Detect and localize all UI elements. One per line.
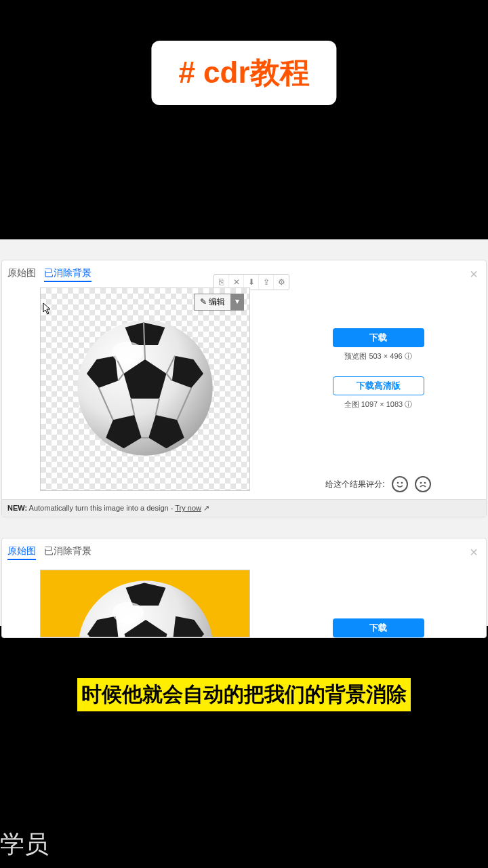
soccer-ball-image — [74, 317, 216, 462]
tab-original[interactable]: 原始图 — [7, 545, 36, 560]
tab-original[interactable]: 原始图 — [7, 267, 36, 282]
svg-point-10 — [420, 482, 422, 484]
close-icon[interactable]: × — [470, 545, 478, 559]
edit-button[interactable]: ✎ 编辑 ▾ — [194, 294, 244, 311]
svg-point-17 — [113, 602, 144, 624]
download-button[interactable]: 下载 — [333, 618, 424, 637]
gear-icon[interactable]: ⚙ — [274, 275, 289, 290]
app-content: × 原始图 已消除背景 ⎘ ✕ ⬇ ⇪ ⚙ ✎ 编辑 ▾ — [0, 239, 488, 626]
external-icon: ↗ — [203, 504, 209, 512]
rating-label: 给这个结果评分: — [325, 479, 384, 490]
result-card-1: × 原始图 已消除背景 ⎘ ✕ ⬇ ⇪ ⚙ ✎ 编辑 ▾ — [1, 260, 487, 517]
new-label: NEW: — [7, 504, 27, 512]
hashtag-badge: # cdr教程 — [151, 41, 336, 105]
try-now-link[interactable]: Try now — [175, 504, 201, 512]
tab-removed-bg[interactable]: 已消除背景 — [44, 545, 92, 560]
card-body: 下载 — [2, 563, 486, 637]
tab-removed-bg[interactable]: 已消除背景 — [44, 267, 92, 282]
close-icon[interactable]: × — [470, 267, 478, 281]
edit-button-label: ✎ 编辑 — [195, 294, 231, 310]
result-card-2: × 原始图 已消除背景 — [1, 538, 487, 638]
frown-icon[interactable] — [415, 476, 431, 492]
download-hd-button[interactable]: 下载高清版 — [333, 376, 424, 395]
download-dimensions: 预览图 503 × 496 ⓘ — [344, 351, 411, 361]
svg-point-11 — [424, 482, 426, 484]
hd-dimensions: 全图 1097 × 1083 ⓘ — [344, 399, 413, 410]
card-body: ✎ 编辑 ▾ — [2, 285, 486, 499]
preview-canvas: ✎ 编辑 ▾ — [40, 288, 250, 491]
smile-icon[interactable] — [392, 476, 408, 492]
watermark-text: 学员 — [0, 828, 49, 861]
side-panel: 下载 — [277, 570, 479, 637]
svg-point-9 — [401, 482, 403, 484]
tabs-row: 原始图 已消除背景 — [2, 538, 486, 563]
chevron-down-icon[interactable]: ▾ — [231, 294, 243, 310]
new-text: Automatically turn this image into a des… — [29, 504, 174, 512]
new-banner: NEW: Automatically turn this image into … — [2, 499, 486, 517]
side-panel: 下载 预览图 503 × 496 ⓘ 下载高清版 全图 1097 × 1083 … — [277, 288, 479, 492]
info-icon[interactable]: ⓘ — [405, 352, 412, 360]
info-icon[interactable]: ⓘ — [405, 400, 412, 408]
share-icon[interactable]: ⇪ — [259, 275, 274, 290]
svg-point-7 — [112, 342, 143, 363]
svg-point-8 — [396, 482, 399, 484]
rating-row: 给这个结果评分: — [325, 476, 430, 492]
cursor-icon — [43, 302, 52, 317]
download-button[interactable]: 下载 — [333, 328, 424, 347]
subtitle-caption: 时候他就会自动的把我们的背景消除 — [77, 678, 411, 711]
preview-canvas-2 — [40, 570, 250, 637]
